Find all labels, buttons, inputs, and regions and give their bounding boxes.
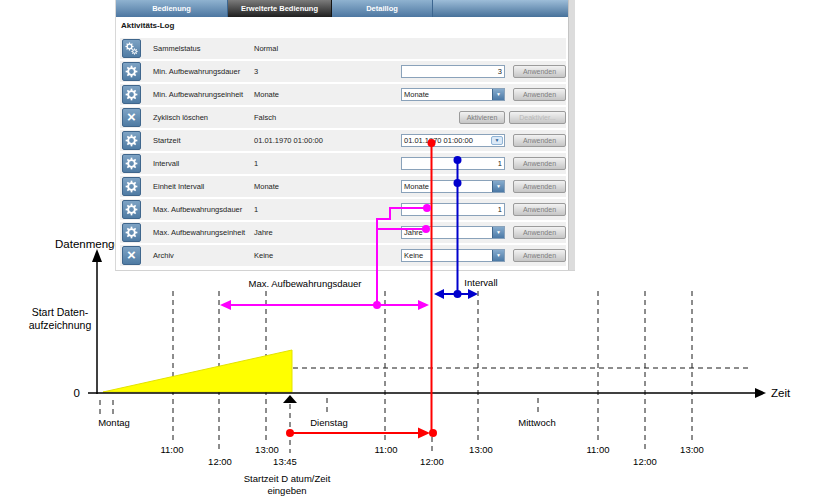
row-min-aufbewahrungseinheit: Min. Aufbewahrungseinheit Monate Monate … — [120, 84, 566, 105]
chevron-down-icon[interactable]: ▼ — [492, 181, 504, 192]
row-value: Falsch — [254, 107, 276, 128]
tab-bar: Bedienung Erweiterte Bedienung Detaillog — [116, 0, 570, 17]
gear-icon[interactable] — [122, 200, 141, 219]
max-aufbewahrungseinheit-select[interactable]: Jahre ▼ — [401, 226, 505, 239]
archiv-select[interactable]: Keine ▼ — [401, 249, 505, 262]
y-axis-arrow-icon — [92, 249, 102, 262]
page-title: Aktivitäts-Log — [121, 21, 174, 30]
tab-bedienung[interactable]: Bedienung — [116, 0, 228, 17]
y-axis-label: Datenmenge — [55, 238, 121, 250]
row-archiv: × Archiv Keine Keine ▼ Anwenden — [120, 245, 566, 266]
anwenden-button[interactable]: Anwenden — [513, 249, 566, 262]
deaktivieren-button[interactable]: Deaktivier... — [509, 111, 566, 124]
row-value: Normal — [254, 38, 278, 59]
intervall-input[interactable] — [401, 157, 505, 170]
anwenden-button[interactable]: Anwenden — [513, 65, 566, 78]
row-value: Jahre — [254, 222, 273, 243]
gears-icon[interactable] — [122, 39, 141, 58]
gear-icon[interactable] — [122, 154, 141, 173]
gear-icon[interactable] — [122, 223, 141, 242]
row-value: 01.01.1970 01:00:00 — [254, 130, 323, 151]
startzeit-datetime-field[interactable]: 01.01.1970 01:00:00 ▼ — [401, 134, 505, 147]
row-startzeit: Startzeit 01.01.1970 01:00:00 01.01.1970… — [120, 130, 566, 151]
chevron-down-icon[interactable]: ▼ — [492, 250, 504, 261]
row-label: Min. Aufbewahrungseinheit — [153, 84, 243, 105]
row-max-aufbewahrungsdauer: Max. Aufbewahrungsdauer 1 Anwenden — [120, 199, 566, 220]
select-value: Monate — [404, 181, 429, 192]
row-value: Monate — [254, 84, 279, 105]
row-einheit-intervall: Einheit Intervall Monate Monate ▼ Anwend… — [120, 176, 566, 197]
select-value: Jahre — [404, 227, 423, 238]
anwenden-button[interactable]: Anwenden — [513, 180, 566, 193]
tick-label: 13:45 — [273, 456, 297, 467]
anwenden-button[interactable]: Anwenden — [513, 157, 566, 170]
anwenden-button[interactable]: Anwenden — [513, 88, 566, 101]
min-aufbewahrungseinheit-select[interactable]: Monate ▼ — [401, 88, 505, 101]
tick-label: 11:00 — [160, 444, 183, 455]
tick-label: 11:00 — [586, 444, 609, 455]
tick-label: 13:00 — [469, 444, 493, 455]
startzeit-marker-icon — [283, 395, 297, 403]
row-label: Max. Aufbewahrungseinheit — [153, 222, 245, 243]
row-label: Min. Aufbewahrungsdauer — [153, 61, 240, 82]
row-value: 1 — [254, 199, 258, 220]
chevron-down-icon[interactable]: ▼ — [491, 136, 503, 145]
close-icon[interactable]: × — [122, 108, 141, 127]
anwenden-button[interactable]: Anwenden — [513, 134, 566, 147]
gear-icon[interactable] — [122, 85, 141, 104]
gear-icon[interactable] — [122, 131, 141, 150]
tick-label: 13:00 — [680, 444, 704, 455]
gear-icon[interactable] — [122, 62, 141, 81]
tick-label: 13:00 — [255, 444, 279, 455]
x-axis-arrow-icon — [755, 388, 766, 398]
day-label-dienstag: Dienstag — [310, 417, 348, 428]
close-icon[interactable]: × — [122, 246, 141, 265]
row-value: Keine — [254, 245, 273, 266]
day-label-mittwoch: Mittwoch — [518, 417, 555, 428]
row-value: 3 — [254, 61, 258, 82]
datetime-value: 01.01.1970 01:00:00 — [404, 135, 473, 146]
tick-label: 12:00 — [633, 456, 657, 467]
anwenden-button[interactable]: Anwenden — [513, 203, 566, 216]
panel-right-edge — [568, 0, 575, 270]
anwenden-button[interactable]: Anwenden — [513, 226, 566, 239]
row-label: Zyklisch löschen — [153, 107, 208, 128]
screenshot-root: Datenmenge Zeit 0 Start Daten- aufzeichn… — [0, 0, 822, 500]
tick-label: 12:00 — [420, 456, 444, 467]
row-value: Monate — [254, 176, 279, 197]
chevron-down-icon[interactable]: ▼ — [492, 227, 504, 238]
row-label: Archiv — [153, 245, 174, 266]
startzeit-annotation-line1: Startzeit D atum/Zeit — [244, 473, 331, 484]
settings-panel: Bedienung Erweiterte Bedienung Detaillog… — [115, 0, 575, 271]
einheit-intervall-select[interactable]: Monate ▼ — [401, 180, 505, 193]
row-sammelstatus: Sammelstatus Normal — [120, 38, 566, 59]
start-annotation-line1: Start Daten- — [32, 306, 89, 318]
tab-detaillog[interactable]: Detaillog — [332, 0, 433, 17]
min-aufbewahrungsdauer-input[interactable] — [401, 65, 505, 78]
row-max-aufbewahrungseinheit: Max. Aufbewahrungseinheit Jahre Jahre ▼ … — [120, 222, 566, 243]
row-zyklisch-loeschen: × Zyklisch löschen Falsch Aktivieren Dea… — [120, 107, 566, 128]
row-label: Einheit Intervall — [153, 176, 204, 197]
row-label: Max. Aufbewahrungsdauer — [153, 199, 242, 220]
day-label-montag: Montag — [98, 417, 130, 428]
gear-icon[interactable] — [122, 177, 141, 196]
row-intervall: Intervall 1 Anwenden — [120, 153, 566, 174]
max-aufbewahrungsdauer-input[interactable] — [401, 203, 505, 216]
chevron-down-icon[interactable]: ▼ — [492, 89, 504, 100]
row-label: Intervall — [153, 153, 179, 174]
row-label: Sammelstatus — [153, 38, 201, 59]
start-annotation-line2: aufzeichnung — [29, 319, 92, 331]
select-value: Monate — [404, 89, 429, 100]
row-min-aufbewahrungsdauer: Min. Aufbewahrungsdauer 3 Anwenden — [120, 61, 566, 82]
tick-label: 11:00 — [374, 444, 397, 455]
row-value: 1 — [254, 153, 258, 174]
tick-label: 12:00 — [208, 456, 232, 467]
aktivieren-button[interactable]: Aktivieren — [459, 111, 505, 124]
row-label: Startzeit — [153, 130, 181, 151]
startzeit-annotation-line2: eingeben — [267, 485, 306, 496]
x-axis-label: Zeit — [771, 387, 791, 399]
tab-erweiterte-bedienung[interactable]: Erweiterte Bedienung — [228, 0, 332, 17]
select-value: Keine — [404, 250, 423, 261]
data-volume-triangle — [103, 350, 292, 392]
origin-label: 0 — [74, 387, 80, 399]
